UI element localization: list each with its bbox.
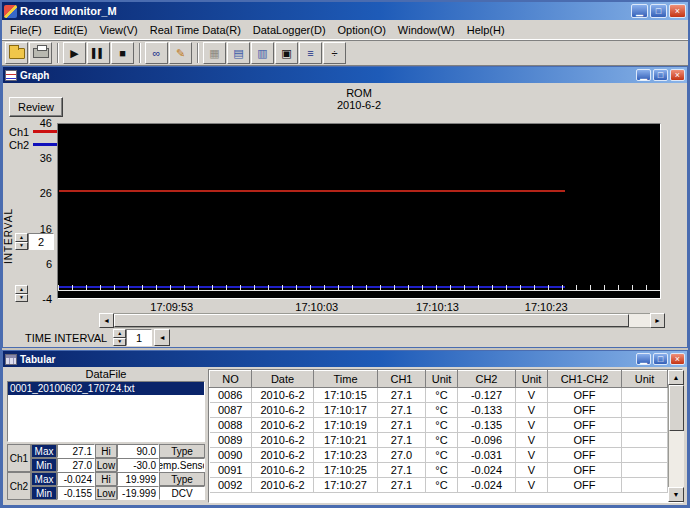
pen-icon: ✎ bbox=[176, 48, 185, 59]
scroll-left-button[interactable]: ◄ bbox=[99, 313, 114, 328]
y-offset-up-button[interactable]: ▲ bbox=[15, 285, 28, 294]
table-row[interactable]: 0092 2010-6-2 17:10:27 27.1 °C -0.024 V … bbox=[210, 478, 668, 493]
folder-icon bbox=[9, 48, 25, 59]
column-header[interactable]: Date bbox=[252, 371, 314, 388]
y-tick: -4 bbox=[42, 293, 52, 305]
cell-ch1: 27.1 bbox=[378, 418, 426, 433]
play-icon: ▶ bbox=[70, 48, 78, 59]
table-row[interactable]: 0087 2010-6-2 17:10:17 27.1 °C -0.133 V … bbox=[210, 403, 668, 418]
y-tick: 36 bbox=[40, 152, 52, 164]
table-row[interactable]: 0089 2010-6-2 17:10:21 27.1 °C -0.096 V … bbox=[210, 433, 668, 448]
cell-ch1-ch2: OFF bbox=[548, 448, 622, 463]
open-file-button[interactable] bbox=[5, 42, 28, 64]
graph-minimize-button[interactable]: ▁ bbox=[636, 69, 651, 81]
main-titlebar: Record Monitor_M ▁ □ × bbox=[2, 2, 688, 20]
print-button[interactable] bbox=[29, 42, 52, 64]
y-tick: 26 bbox=[40, 187, 52, 199]
time-interval-up-button[interactable]: ▲ bbox=[113, 329, 126, 338]
graph-maximize-button[interactable]: □ bbox=[653, 69, 668, 81]
ch2-hi-label: Hi bbox=[95, 472, 117, 486]
cell-diff-unit bbox=[622, 478, 668, 493]
toolbar-separator bbox=[139, 43, 141, 63]
cell-time: 17:10:19 bbox=[314, 418, 378, 433]
menu-item[interactable]: Real Time Data(R) bbox=[144, 22, 247, 38]
time-interval-label: TIME INTERVAL bbox=[25, 332, 107, 344]
y-offset-down-button[interactable]: ▼ bbox=[15, 294, 28, 303]
menu-item[interactable]: Window(W) bbox=[392, 22, 461, 38]
cell-time: 17:10:27 bbox=[314, 478, 378, 493]
interval-up-button[interactable]: ▲ bbox=[15, 233, 28, 242]
book-icon: ≡ bbox=[307, 48, 313, 59]
cell-ch1-ch2: OFF bbox=[548, 478, 622, 493]
search-button[interactable]: ∞ bbox=[145, 42, 168, 64]
menu-item[interactable]: Option(O) bbox=[332, 22, 392, 38]
cell-ch2-unit: V bbox=[516, 478, 548, 493]
cell-ch2: -0.135 bbox=[458, 418, 516, 433]
scroll-down-button[interactable]: ▼ bbox=[668, 487, 684, 502]
column-header[interactable]: Unit bbox=[516, 371, 548, 388]
app-icon bbox=[4, 5, 17, 18]
table-row[interactable]: 0091 2010-6-2 17:10:25 27.1 °C -0.024 V … bbox=[210, 463, 668, 478]
close-button[interactable]: × bbox=[669, 4, 686, 18]
stop-button[interactable]: ■ bbox=[111, 42, 134, 64]
column-header[interactable]: CH1 bbox=[378, 371, 426, 388]
table-icon: ▤ bbox=[233, 48, 243, 59]
time-interval-value[interactable]: 1 bbox=[126, 329, 152, 346]
ch1-type-label: Type bbox=[159, 444, 205, 458]
printer-icon bbox=[33, 48, 49, 58]
scroll-thumb[interactable] bbox=[114, 314, 629, 327]
tabular-minimize-button[interactable]: ▁ bbox=[636, 353, 651, 365]
column-header[interactable]: Time bbox=[314, 371, 378, 388]
pause-button[interactable]: ▌▌ bbox=[87, 42, 110, 64]
channel-stats: Ch1 Max 27.1 Hi 90.0 Type Min 27.0 Low -… bbox=[7, 444, 205, 500]
table-row[interactable]: 0088 2010-6-2 17:10:19 27.1 °C -0.135 V … bbox=[210, 418, 668, 433]
edit-button[interactable]: ✎ bbox=[169, 42, 192, 64]
y-tick: 46 bbox=[40, 117, 52, 129]
scroll-thumb[interactable] bbox=[669, 385, 684, 431]
window-grid-button[interactable]: ▦ bbox=[203, 42, 226, 64]
menu-item[interactable]: Help(H) bbox=[461, 22, 511, 38]
cell-ch1-unit: °C bbox=[426, 418, 458, 433]
notebook-button[interactable]: ≡ bbox=[299, 42, 322, 64]
cell-ch1: 27.1 bbox=[378, 478, 426, 493]
column-header[interactable]: Unit bbox=[622, 371, 668, 388]
tabular-close-button[interactable]: × bbox=[670, 353, 685, 365]
cell-no: 0089 bbox=[210, 433, 252, 448]
column-header[interactable]: CH2 bbox=[458, 371, 516, 388]
interval-value[interactable]: 2 bbox=[28, 233, 54, 250]
table-row[interactable]: 0086 2010-6-2 17:10:15 27.1 °C -0.127 V … bbox=[210, 388, 668, 403]
calculator-button[interactable]: ▣ bbox=[275, 42, 298, 64]
table-view-button[interactable]: ▤ bbox=[227, 42, 250, 64]
cell-time: 17:10:25 bbox=[314, 463, 378, 478]
interval-down-button[interactable]: ▼ bbox=[15, 242, 28, 251]
time-step-back-button[interactable]: ◄ bbox=[154, 329, 170, 346]
graph-close-button[interactable]: × bbox=[670, 69, 685, 81]
review-button[interactable]: Review bbox=[9, 97, 63, 117]
column-header[interactable]: NO bbox=[210, 371, 252, 388]
function-button[interactable]: ÷ bbox=[323, 42, 346, 64]
cell-ch2-unit: V bbox=[516, 388, 548, 403]
scroll-right-button[interactable]: ► bbox=[650, 313, 665, 328]
time-interval-down-button[interactable]: ▼ bbox=[113, 338, 126, 347]
graph-view-button[interactable]: ▥ bbox=[251, 42, 274, 64]
table-row[interactable]: 0090 2010-6-2 17:10:23 27.0 °C -0.031 V … bbox=[210, 448, 668, 463]
tabular-maximize-button[interactable]: □ bbox=[653, 353, 668, 365]
ch2-low-label: Low bbox=[95, 486, 117, 500]
cell-no: 0086 bbox=[210, 388, 252, 403]
start-button[interactable]: ▶ bbox=[63, 42, 86, 64]
minimize-button[interactable]: ▁ bbox=[631, 4, 648, 18]
list-item[interactable]: 0001_20100602_170724.txt bbox=[8, 382, 204, 395]
menu-item[interactable]: Edit(E) bbox=[48, 22, 94, 38]
scroll-up-button[interactable]: ▲ bbox=[668, 370, 684, 385]
cell-no: 0091 bbox=[210, 463, 252, 478]
scroll-track[interactable] bbox=[668, 385, 684, 487]
menu-item[interactable]: DataLogger(D) bbox=[247, 22, 332, 38]
maximize-button[interactable]: □ bbox=[650, 4, 667, 18]
column-header[interactable]: CH1-CH2 bbox=[548, 371, 622, 388]
cell-ch1: 27.1 bbox=[378, 433, 426, 448]
scroll-track[interactable] bbox=[114, 313, 650, 328]
menu-item[interactable]: File(F) bbox=[4, 22, 48, 38]
cell-ch1-unit: °C bbox=[426, 403, 458, 418]
column-header[interactable]: Unit bbox=[426, 371, 458, 388]
menu-item[interactable]: View(V) bbox=[93, 22, 143, 38]
